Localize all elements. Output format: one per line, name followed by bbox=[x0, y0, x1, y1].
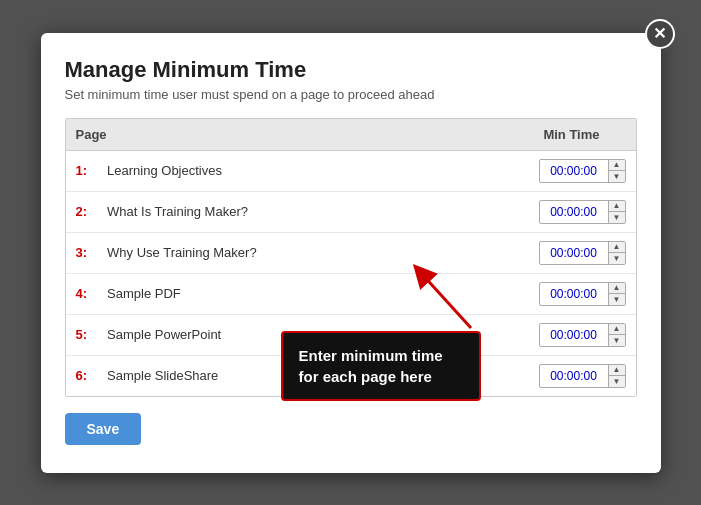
time-spinner[interactable]: ▲ ▼ bbox=[539, 241, 626, 265]
row-number: 1: bbox=[66, 150, 98, 191]
spinner-up-button[interactable]: ▲ bbox=[609, 242, 625, 253]
row-page-name: Sample PDF bbox=[97, 273, 427, 314]
spinner-up-button[interactable]: ▲ bbox=[609, 201, 625, 212]
spinner-up-button[interactable]: ▲ bbox=[609, 283, 625, 294]
row-mintime-cell: ▲ ▼ bbox=[427, 191, 635, 232]
spinner-buttons: ▲ ▼ bbox=[608, 201, 625, 223]
row-number: 2: bbox=[66, 191, 98, 232]
svg-line-1 bbox=[421, 273, 471, 328]
time-input[interactable] bbox=[540, 285, 608, 303]
row-page-name: Learning Objectives bbox=[97, 150, 427, 191]
spinner-buttons: ▲ ▼ bbox=[608, 160, 625, 182]
time-spinner[interactable]: ▲ ▼ bbox=[539, 200, 626, 224]
spinner-down-button[interactable]: ▼ bbox=[609, 253, 625, 264]
time-input[interactable] bbox=[540, 244, 608, 262]
time-spinner[interactable]: ▲ ▼ bbox=[539, 323, 626, 347]
row-mintime-cell: ▲ ▼ bbox=[427, 150, 635, 191]
spinner-down-button[interactable]: ▼ bbox=[609, 212, 625, 223]
spinner-down-button[interactable]: ▼ bbox=[609, 171, 625, 182]
modal-title: Manage Minimum Time bbox=[65, 57, 637, 83]
table-row: 4: Sample PDF ▲ ▼ bbox=[66, 273, 636, 314]
spinner-down-button[interactable]: ▼ bbox=[609, 376, 625, 387]
spinner-buttons: ▲ ▼ bbox=[608, 242, 625, 264]
col-mintime-header: Min Time bbox=[427, 119, 635, 151]
manage-minimum-time-modal: ✕ Manage Minimum Time Set minimum time u… bbox=[41, 33, 661, 473]
row-page-name: What Is Training Maker? bbox=[97, 191, 427, 232]
time-spinner[interactable]: ▲ ▼ bbox=[539, 159, 626, 183]
spinner-buttons: ▲ ▼ bbox=[608, 283, 625, 305]
annotation-box: Enter minimum time for each page here bbox=[281, 331, 481, 401]
annotation-wrapper: Enter minimum time for each page here bbox=[281, 331, 481, 401]
row-page-name: Why Use Training Maker? bbox=[97, 232, 427, 273]
modal-subtitle: Set minimum time user must spend on a pa… bbox=[65, 87, 637, 102]
col-page-header: Page bbox=[66, 119, 428, 151]
spinner-down-button[interactable]: ▼ bbox=[609, 335, 625, 346]
time-spinner[interactable]: ▲ ▼ bbox=[539, 282, 626, 306]
row-number: 3: bbox=[66, 232, 98, 273]
spinner-down-button[interactable]: ▼ bbox=[609, 294, 625, 305]
row-number: 6: bbox=[66, 355, 98, 396]
close-button[interactable]: ✕ bbox=[645, 19, 675, 49]
row-number: 4: bbox=[66, 273, 98, 314]
table-row: 1: Learning Objectives ▲ ▼ bbox=[66, 150, 636, 191]
save-button[interactable]: Save bbox=[65, 413, 142, 445]
spinner-buttons: ▲ ▼ bbox=[608, 365, 625, 387]
row-number: 5: bbox=[66, 314, 98, 355]
spinner-up-button[interactable]: ▲ bbox=[609, 160, 625, 171]
table-row: 2: What Is Training Maker? ▲ ▼ bbox=[66, 191, 636, 232]
time-spinner[interactable]: ▲ ▼ bbox=[539, 364, 626, 388]
table-row: 3: Why Use Training Maker? ▲ ▼ bbox=[66, 232, 636, 273]
time-input[interactable] bbox=[540, 367, 608, 385]
spinner-buttons: ▲ ▼ bbox=[608, 324, 625, 346]
annotation-arrow-icon bbox=[411, 263, 491, 333]
time-input[interactable] bbox=[540, 203, 608, 221]
spinner-up-button[interactable]: ▲ bbox=[609, 324, 625, 335]
spinner-up-button[interactable]: ▲ bbox=[609, 365, 625, 376]
time-input[interactable] bbox=[540, 162, 608, 180]
time-input[interactable] bbox=[540, 326, 608, 344]
